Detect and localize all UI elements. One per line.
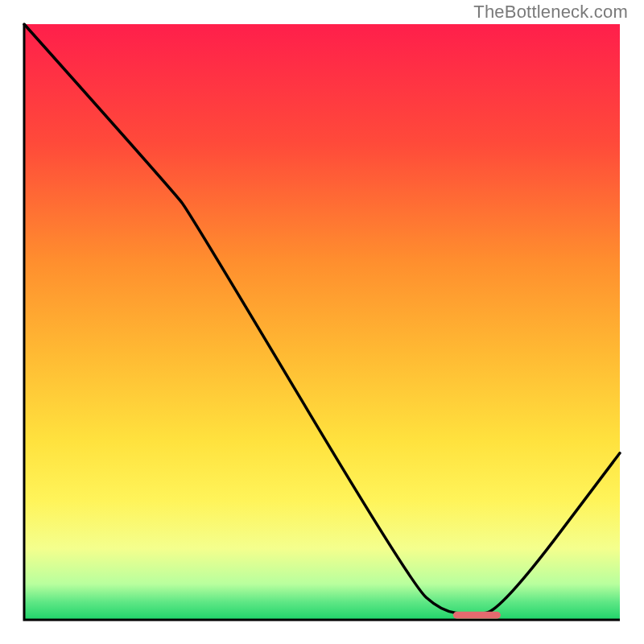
optimal-zone-marker (453, 612, 501, 619)
chart-container: TheBottleneck.com (0, 0, 644, 644)
plot-background (24, 24, 620, 620)
bottleneck-chart (0, 0, 644, 644)
